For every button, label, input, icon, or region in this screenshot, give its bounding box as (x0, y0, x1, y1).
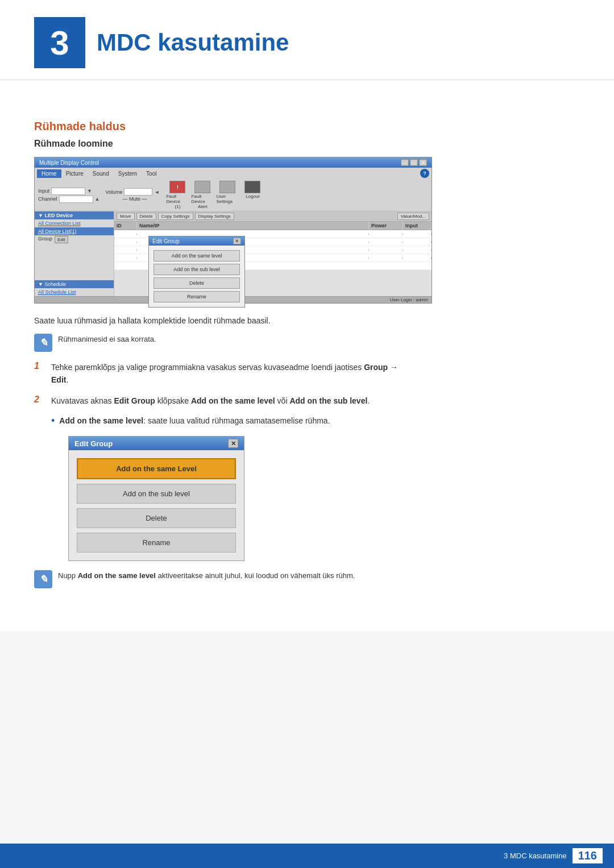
fault-device-alert-icon[interactable]: ! Fault Device (1) (166, 181, 189, 209)
edit-group-close-large[interactable]: ✕ (228, 439, 238, 448)
col-name: Name/IP (137, 222, 369, 230)
edit-group-title-large: Edit Group (74, 439, 113, 448)
menu-tool[interactable]: Tool (142, 169, 161, 178)
edit-group-dialog-large: Edit Group ✕ Add on the same Level Add o… (68, 436, 244, 561)
page-content: Rühmade haldus Rühmade loomine Multiple … (0, 80, 614, 632)
group-edit-row: Group Edit (35, 235, 114, 244)
chapter-title: MDC kasutamine (97, 29, 289, 56)
note-text-1: Rühmanimesid ei saa korrata. (58, 334, 156, 345)
mdc-body: ▼ LED Device All Connection List All Dev… (35, 211, 432, 296)
numbered-list: 1 Tehke paremklõps ja valige programmiak… (34, 361, 580, 407)
mdc-menu-bar: Home Picture Sound System Tool ? (35, 168, 432, 179)
mute-label: — Mute — (122, 196, 147, 202)
value-mod-button[interactable]: Value/Mod... (397, 213, 429, 220)
add-sub-level-btn-large[interactable]: Add on the sub level (77, 484, 236, 504)
chapter-number: 3 (34, 17, 85, 68)
edit-group-body-small: Add on the same level Add on the sub lev… (149, 246, 244, 307)
add-sub-level-btn-small[interactable]: Add on the sub level (154, 264, 240, 275)
mdc-sidebar: ▼ LED Device All Connection List All Dev… (35, 211, 114, 296)
add-same-level-btn-small[interactable]: Add on the same level (154, 250, 240, 261)
page-number: 116 (572, 848, 603, 863)
menu-picture[interactable]: Picture (61, 169, 88, 178)
minimize-button[interactable]: — (401, 159, 409, 166)
channel-label: Channel (38, 196, 57, 202)
page-footer: 3 MDC kasutamine 116 (0, 844, 614, 868)
edit-button[interactable]: Edit (55, 236, 68, 243)
bullet-list: • Add on the same level: saate luua vali… (51, 415, 580, 427)
section-heading: Rühmade haldus (34, 120, 580, 133)
note-box-2: ✎ Nupp Add on the same level aktiveerita… (34, 570, 580, 588)
subsection-heading: Rühmade loomine (34, 139, 580, 149)
svg-text:✎: ✎ (39, 337, 48, 348)
led-device-header: ▼ LED Device (35, 211, 114, 219)
toolbar-icons: ! Fault Device (1) Fault Device Alert Us… (166, 181, 264, 209)
copy-settings-button[interactable]: Copy Settings (158, 213, 193, 220)
maximize-button[interactable]: □ (410, 159, 418, 166)
description-text: Saate luua rühmasid ja hallata komplekti… (34, 315, 580, 327)
step-2-number: 2 (34, 394, 44, 405)
mdc-title: Multiple Display Control (39, 160, 99, 166)
close-button[interactable]: ✕ (419, 159, 427, 166)
fault-device-alert2-icon[interactable]: Fault Device Alert (191, 181, 214, 209)
step-1-text: Tehke paremklõps ja valige programmiakna… (51, 361, 398, 387)
move-button[interactable]: Move (117, 213, 135, 220)
note-icon-2: ✎ (34, 570, 52, 588)
all-connection-list[interactable]: All Connection List (35, 219, 114, 227)
menu-sound[interactable]: Sound (88, 169, 114, 178)
step-2-text: Kuvatavas aknas Edit Group klõpsake Add … (51, 394, 370, 407)
add-same-level-btn-large[interactable]: Add on the same Level (77, 458, 236, 479)
input-label: Input (38, 188, 49, 194)
edit-group-title-small: Edit Group (152, 238, 180, 244)
help-icon[interactable]: ? (420, 169, 429, 178)
step-2: 2 Kuvatavas aknas Edit Group klõpsake Ad… (34, 394, 580, 407)
delete-button[interactable]: Delete (136, 213, 156, 220)
svg-text:✎: ✎ (39, 574, 48, 585)
note-icon-1: ✎ (34, 334, 52, 352)
menu-system[interactable]: System (114, 169, 142, 178)
page-header: 3 MDC kasutamine (0, 0, 614, 80)
step-1: 1 Tehke paremklõps ja valige programmiak… (34, 361, 580, 387)
note-text-2: Nupp Add on the same level aktiveeritaks… (58, 570, 355, 582)
mdc-table-header: ID Name/IP Power Input (114, 222, 432, 230)
schedule-header: ▼ Schedule (35, 280, 114, 288)
volume-select[interactable] (124, 188, 152, 196)
delete-btn-small[interactable]: Delete (154, 277, 240, 289)
bullet-dot: • (51, 416, 55, 427)
col-input: Input (403, 222, 432, 230)
logout-icon[interactable]: Logout (241, 181, 264, 199)
col-power: Power (369, 222, 403, 230)
user-settings-icon[interactable]: User Settings (216, 181, 239, 204)
mdc-window: Multiple Display Control — □ ✕ Home Pict… (34, 157, 432, 304)
mdc-action-bar: Move Delete Copy Settings Display Settin… (114, 211, 432, 222)
volume-label: Volume (105, 189, 122, 195)
col-id: ID (114, 222, 137, 230)
mdc-titlebar-buttons: — □ ✕ (401, 159, 427, 166)
bullet-item-1: • Add on the same level: saate luua vali… (51, 415, 580, 427)
delete-btn-large[interactable]: Delete (77, 508, 236, 528)
mdc-main: Move Delete Copy Settings Display Settin… (114, 211, 432, 296)
all-device-list[interactable]: All Device List(1) (35, 227, 114, 235)
footer-text: 3 MDC kasutamine (504, 852, 567, 860)
bullet-item-text: Add on the same level: saate luua valitu… (59, 415, 330, 427)
menu-home[interactable]: Home (37, 169, 61, 178)
edit-group-body-large: Add on the same Level Add on the sub lev… (69, 450, 244, 560)
edit-group-close-small[interactable]: ✕ (233, 238, 241, 244)
edit-group-dialog-small: Edit Group ✕ Add on the same level Add o… (148, 236, 245, 308)
group-label: Group (38, 236, 52, 243)
channel-select[interactable] (59, 196, 93, 203)
mdc-titlebar: Multiple Display Control — □ ✕ (35, 157, 432, 168)
dialog-overlay: Edit Group ✕ Add on the same level Add o… (114, 230, 432, 270)
edit-group-titlebar-small: Edit Group ✕ (149, 236, 244, 246)
note-box-1: ✎ Rühmanimesid ei saa korrata. (34, 334, 580, 352)
rename-btn-small[interactable]: Rename (154, 291, 240, 302)
rename-btn-large[interactable]: Rename (77, 533, 236, 553)
edit-group-titlebar-large: Edit Group ✕ (69, 437, 244, 450)
display-settings-button[interactable]: Display Settings (195, 213, 234, 220)
mdc-toolbar: Input ▼ Channel ▲ Volume ◄ — Mute — (35, 179, 432, 211)
input-select[interactable] (51, 188, 85, 195)
step-1-number: 1 (34, 361, 44, 371)
all-schedule-list[interactable]: All Schedule List (35, 288, 114, 296)
